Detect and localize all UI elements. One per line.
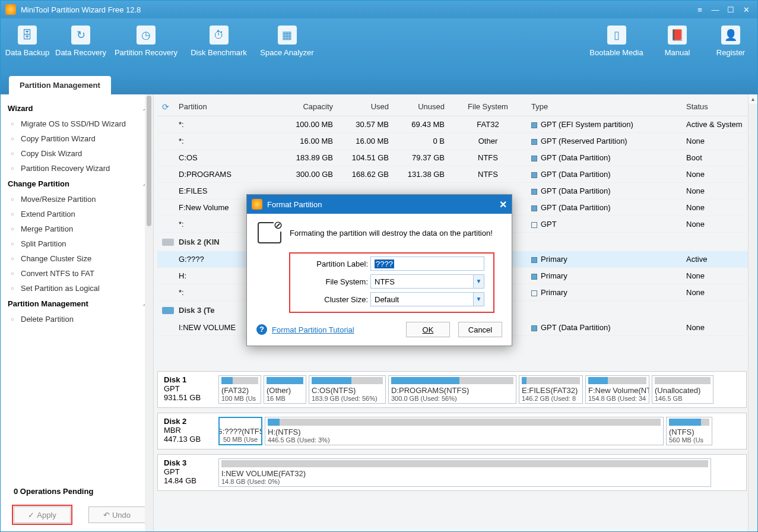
label-cluster-size: Cluster Size: — [293, 295, 370, 304]
dialog-title: Format Partition — [267, 200, 322, 209]
format-partition-dialog: Format Partition ✕ Formating the partiti… — [246, 194, 512, 346]
dialog-warning-text: Formating the partition will destroy the… — [290, 229, 493, 238]
dialog-close-icon[interactable]: ✕ — [499, 199, 507, 210]
dropdown-arrow-icon: ▼ — [473, 275, 484, 288]
tutorial-link[interactable]: Format Partition Tutorial — [272, 325, 354, 334]
dialog-titlebar: Format Partition ✕ — [247, 195, 512, 214]
cluster-size-select[interactable]: Default▼ — [370, 292, 484, 306]
ok-button[interactable]: OK — [406, 322, 450, 337]
file-system-select[interactable]: NTFS▼ — [370, 274, 484, 289]
dropdown-arrow-icon: ▼ — [473, 293, 484, 306]
label-partition-label: Partition Label: — [293, 259, 370, 268]
partition-label-input[interactable]: ???? — [370, 256, 484, 271]
label-file-system: File System: — [293, 277, 370, 286]
cancel-button[interactable]: Cancel — [458, 322, 502, 337]
dialog-overlay: Format Partition ✕ Formating the partiti… — [1, 1, 757, 531]
dialog-logo-icon — [252, 199, 262, 210]
warning-disk-icon — [258, 222, 281, 243]
help-icon[interactable]: ? — [256, 324, 267, 335]
